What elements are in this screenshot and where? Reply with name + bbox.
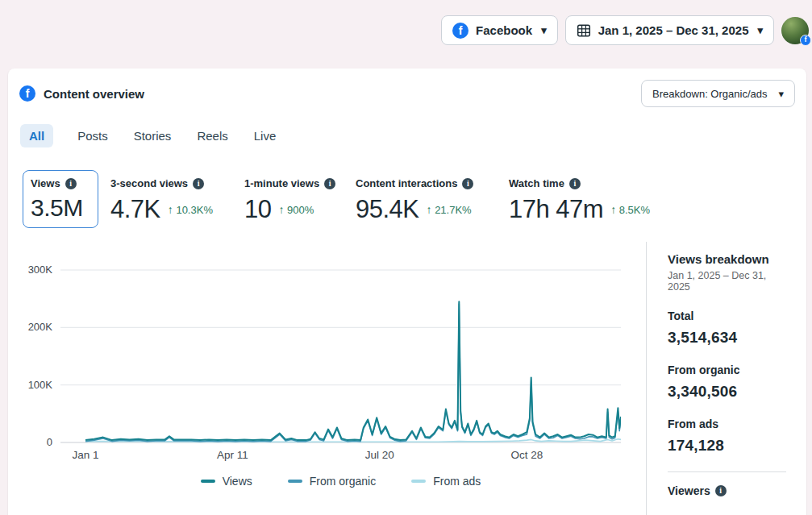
legend-swatch [201,480,215,483]
info-icon[interactable]: i [193,178,204,189]
x-axis-tick: Jan 1 [72,449,98,461]
date-range-label: Jan 1, 2025 – Dec 31, 2025 [598,23,749,37]
metric-delta: ↑ 21.7K% [427,204,472,216]
legend-label: Views [223,475,252,488]
legend-swatch [411,480,426,483]
metric-delta: ↑ 10.3K% [168,204,213,216]
page-title: Content overview [44,87,144,101]
viewers-value: –– [668,509,790,515]
platform-selector-button[interactable]: f Facebook ▾ [441,15,558,45]
x-axis-tick: Apr 11 [217,449,248,461]
date-range-button[interactable]: Jan 1, 2025 – Dec 31, 2025 ▾ [565,15,774,45]
metric-1-minute-views[interactable]: 1-minute views i 10↑ 900% [244,177,335,224]
x-axis-tick: Jul 20 [365,449,394,461]
metric-label: Content interactions [356,177,457,189]
stat-organic-label: From organic [668,363,790,376]
chevron-down-icon: ▾ [778,88,784,100]
y-axis-tick: 100K [8,379,52,391]
content-tabs: All Posts Stories Reels Live [20,124,277,147]
metric-value: 17h 47m [509,195,603,223]
chevron-down-icon: ▾ [541,24,547,36]
legend-item-from-organic[interactable]: From organic [288,475,376,488]
legend-label: From organic [310,475,376,488]
metric-label: 1-minute views [244,177,319,189]
viewers-label: Viewers i [668,484,790,497]
info-icon[interactable]: i [65,178,77,189]
chevron-down-icon: ▾ [757,24,763,36]
breakdown-label: Breakdown: Organic/ads [652,88,767,100]
info-icon[interactable]: i [324,178,335,189]
legend-item-views[interactable]: Views [201,475,252,488]
stat-organic-value: 3,340,506 [668,383,790,401]
up-arrow-icon: ↑ [427,203,432,216]
metric-label: 3-second views [110,177,188,189]
breakdown-date-range: Jan 1, 2025 – Dec 31, 2025 [668,270,790,293]
metric-delta: ↑ 900% [278,204,314,216]
tab-posts[interactable]: Posts [76,124,110,147]
series-line-views [85,301,621,440]
views-breakdown-panel: Views breakdown Jan 1, 2025 – Dec 31, 20… [646,242,806,515]
metric-label: Watch time [509,177,564,189]
info-icon[interactable]: i [569,178,581,189]
breakdown-title: Views breakdown [668,252,790,266]
y-axis-tick: 200K [8,321,52,333]
tab-all[interactable]: All [20,124,53,147]
facebook-logo-icon: f [19,85,35,102]
metric-value: 95.4K [356,195,419,223]
tab-live[interactable]: Live [252,124,278,147]
stat-ads-value: 174,128 [668,437,790,455]
facebook-logo-icon: f [452,23,468,39]
profile-avatar[interactable]: f [781,17,809,44]
metric-3-second-views[interactable]: 3-second views i 4.7K↑ 10.3K% [110,177,213,224]
up-arrow-icon: ↑ [278,203,284,216]
breakdown-dropdown[interactable]: Breakdown: Organic/ads ▾ [641,80,795,107]
x-axis-tick: Oct 28 [510,449,543,461]
legend-item-from-ads[interactable]: From ads [411,475,481,488]
views-chart[interactable] [60,262,621,455]
metric-content-interactions[interactable]: Content interactions i 95.4K↑ 21.7K% [356,177,473,224]
metric-value: 4.7K [110,195,160,223]
metric-value: 3.5M [31,194,90,222]
platform-selector-label: Facebook [476,23,532,37]
info-icon[interactable]: i [715,485,727,496]
tab-reels[interactable]: Reels [195,124,229,147]
up-arrow-icon: ↑ [168,203,173,216]
series-line-from-organic [85,304,621,441]
card-header: f Content overview [19,85,144,102]
chart-legend: ViewsFrom organicFrom ads [60,475,621,488]
views-chart-area: 0100K200K300K Jan 1Apr 11Jul 20Oct 28 Vi… [8,262,646,512]
metric-value: 10 [244,195,271,223]
up-arrow-icon: ↑ [610,203,616,216]
metric-delta: ↑ 8.5K% [610,204,650,216]
legend-swatch [288,480,302,483]
metric-watch-time[interactable]: Watch time i 17h 47m↑ 8.5K% [509,177,650,224]
metric-label: Views [31,177,60,189]
content-overview-card: f Content overview Breakdown: Organic/ad… [8,69,806,515]
stat-total-label: Total [668,309,790,322]
info-icon[interactable]: i [462,178,473,189]
sidebar-divider [668,471,786,472]
tab-stories[interactable]: Stories [132,124,173,147]
y-axis-tick: 0 [8,436,52,448]
metric-views-selected[interactable]: Views i 3.5M [23,170,98,228]
y-axis-tick: 300K [8,264,52,276]
facebook-badge-icon: f [800,35,811,46]
stat-ads-label: From ads [668,417,790,430]
stat-total-value: 3,514,634 [668,329,790,347]
calendar-icon [577,23,591,38]
topbar-controls: f Facebook ▾ Jan 1, 2025 – Dec 31, 2025 … [441,15,809,45]
legend-label: From ads [433,475,481,488]
